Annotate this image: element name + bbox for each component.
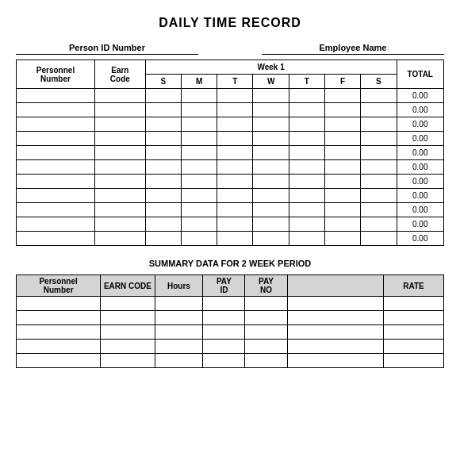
day-cell — [325, 232, 361, 246]
personnel-cell — [17, 232, 95, 246]
day-cell — [361, 103, 397, 117]
summary-cell — [101, 325, 155, 340]
personnel-cell — [17, 146, 95, 160]
summary-cell — [17, 340, 101, 354]
earn-code-cell — [95, 103, 146, 117]
summary-cell — [384, 311, 444, 325]
day-cell — [217, 217, 253, 232]
day-cell — [217, 203, 253, 217]
total-cell: 0.00 — [397, 175, 443, 189]
day-cell — [289, 232, 324, 246]
table-row — [17, 325, 444, 340]
table-row — [17, 340, 444, 354]
summary-cell — [245, 325, 287, 340]
day-cell — [217, 189, 253, 203]
day-cell — [145, 203, 181, 217]
day-cell — [181, 217, 217, 232]
summary-cell — [384, 297, 444, 311]
day-cell — [145, 117, 181, 132]
total-cell: 0.00 — [397, 117, 443, 132]
personnel-cell — [17, 203, 95, 217]
table-row — [17, 311, 444, 325]
day-cell — [253, 203, 289, 217]
table-row: 0.00 — [17, 203, 444, 217]
col-header-sun: S — [145, 75, 181, 89]
personnel-cell — [17, 175, 95, 189]
table-row — [17, 297, 444, 311]
earn-code-cell — [95, 217, 146, 232]
summary-cell — [101, 354, 155, 368]
day-cell — [217, 160, 253, 175]
day-cell — [217, 132, 253, 146]
summary-cell — [384, 340, 444, 354]
personnel-cell — [17, 89, 95, 103]
summary-cell — [384, 325, 444, 340]
earn-code-cell — [95, 146, 146, 160]
day-cell — [253, 232, 289, 246]
day-cell — [361, 189, 397, 203]
day-cell — [325, 217, 361, 232]
earn-code-cell — [95, 232, 146, 246]
person-id-label: Person ID Number — [16, 43, 198, 55]
total-cell: 0.00 — [397, 146, 443, 160]
day-cell — [217, 232, 253, 246]
day-cell — [181, 146, 217, 160]
sum-col-hours: Hours — [155, 275, 203, 297]
total-cell: 0.00 — [397, 203, 443, 217]
day-cell — [253, 160, 289, 175]
total-cell: 0.00 — [397, 217, 443, 232]
summary-cell — [155, 311, 203, 325]
day-cell — [289, 89, 324, 103]
day-cell — [289, 160, 324, 175]
sum-col-payid: PAYID — [203, 275, 245, 297]
day-cell — [145, 189, 181, 203]
personnel-cell — [17, 189, 95, 203]
day-cell — [181, 203, 217, 217]
personnel-cell — [17, 132, 95, 146]
summary-title: SUMMARY DATA FOR 2 WEEK PERIOD — [16, 259, 444, 268]
page: DAILY TIME RECORD Person ID Number Emplo… — [16, 16, 444, 460]
summary-cell — [245, 340, 287, 354]
day-cell — [145, 217, 181, 232]
earn-code-cell — [95, 132, 146, 146]
summary-cell — [203, 354, 245, 368]
summary-cell — [17, 311, 101, 325]
day-cell — [289, 203, 324, 217]
day-cell — [253, 117, 289, 132]
summary-cell — [203, 340, 245, 354]
summary-cell — [101, 340, 155, 354]
table-row — [17, 354, 444, 368]
day-cell — [325, 117, 361, 132]
sum-col-payno: PAYNO — [245, 275, 287, 297]
day-cell — [289, 103, 324, 117]
summary-cell — [17, 354, 101, 368]
day-cell — [361, 146, 397, 160]
col-header-mon: M — [181, 75, 217, 89]
day-cell — [181, 117, 217, 132]
personnel-cell — [17, 103, 95, 117]
day-cell — [361, 89, 397, 103]
summary-cell — [384, 354, 444, 368]
summary-cell — [203, 311, 245, 325]
earn-code-cell — [95, 160, 146, 175]
day-cell — [325, 203, 361, 217]
col-header-wed: W — [253, 75, 289, 89]
day-cell — [217, 103, 253, 117]
earn-code-cell — [95, 203, 146, 217]
table-row: 0.00 — [17, 103, 444, 117]
earn-code-cell — [95, 89, 146, 103]
summary-cell — [245, 354, 287, 368]
sum-col-earn: EARN CODE — [101, 275, 155, 297]
day-cell — [145, 103, 181, 117]
day-cell — [181, 89, 217, 103]
day-cell — [325, 175, 361, 189]
employee-name-label: Employee Name — [262, 43, 444, 55]
day-cell — [289, 189, 324, 203]
day-cell — [289, 117, 324, 132]
col-header-tue: T — [217, 75, 253, 89]
day-cell — [217, 117, 253, 132]
total-cell: 0.00 — [397, 232, 443, 246]
day-cell — [325, 189, 361, 203]
sum-col-personnel: PersonnelNumber — [17, 275, 101, 297]
col-header-sat: S — [361, 75, 397, 89]
